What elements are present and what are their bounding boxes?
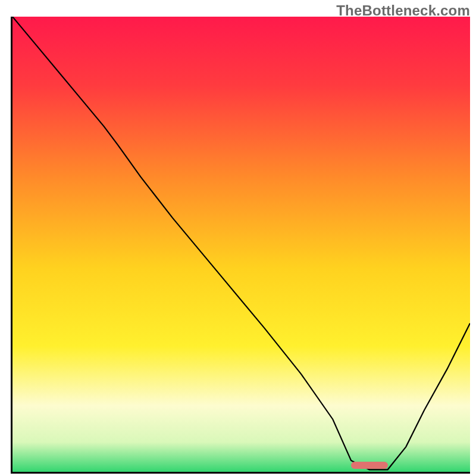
chart-frame: TheBottleneck.com <box>0 0 476 476</box>
plot-area <box>11 17 470 474</box>
bottleneck-curve <box>12 17 470 474</box>
optimum-marker <box>351 462 388 469</box>
